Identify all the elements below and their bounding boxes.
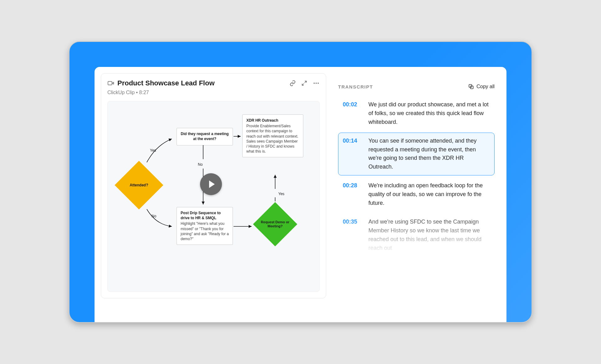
expand-button[interactable] [301,80,307,86]
transcript-timestamp[interactable]: 00:02 [343,100,362,127]
transcript-rows: 00:02We just did our product showcase, a… [338,96,495,258]
app-frame: Product Showcase Lead Flow [69,41,532,323]
flow-node-post-title: Post Drip Sequence to drive to HR & SMQL [181,210,229,220]
flow-node-attended-label: Attended? [122,183,156,187]
transcript-timestamp[interactable]: 00:35 [343,218,362,253]
copy-icon [468,84,474,89]
edge-label-no-mid: No [198,162,203,167]
svg-rect-0 [108,82,112,85]
transcript-row[interactable]: 00:14You can see if someone attended, an… [338,133,495,176]
transcript-timestamp[interactable]: 00:28 [343,181,362,208]
edge-label-yes-right: Yes [278,192,285,196]
flow-node-meeting: Did they request a meeting at the event? [177,128,233,145]
flow-node-post-body: Highlight "Here's what you missed" or "T… [181,221,229,241]
video-icon [107,80,114,87]
transcript-timestamp[interactable]: 00:14 [343,137,362,172]
svg-point-3 [318,83,319,84]
copy-all-button[interactable]: Copy all [468,84,495,89]
copy-link-button[interactable] [290,80,296,86]
more-button[interactable] [313,80,320,87]
transcript-row[interactable]: 00:28We're including an open feedback lo… [338,177,495,212]
clip-actions [290,80,320,87]
edge-label-yes-top: Yes [150,148,156,153]
clip-title: Product Showcase Lead Flow [117,79,215,87]
flow-node-request: Request Demo or Meeting? [253,202,297,246]
clip-title-wrap: Product Showcase Lead Flow [107,79,215,87]
play-icon [209,180,215,188]
flow-node-request-label: Request Demo or Meeting? [259,220,291,228]
clip-subtitle: ClickUp Clip • 8:27 [107,90,320,95]
flow-node-xdr-body: Provide Enablement/Sales context for thi… [246,124,299,154]
clip-preview[interactable]: Attended? Did they request a meeting at … [107,101,320,292]
transcript-panel: TRANSCRIPT Copy all 00:02We just did our… [326,73,506,322]
clip-card: Product Showcase Lead Flow [101,73,326,298]
transcript-text: You can see if someone attended, and the… [368,137,490,172]
flow-node-xdr: XDR HR Outreach Provide Enablement/Sales… [242,114,303,157]
transcript-heading: TRANSCRIPT [338,84,373,89]
transcript-text: We're including an open feedback loop fo… [368,181,490,208]
transcript-row[interactable]: 00:35And we're using SFDC to see the Cam… [338,214,495,257]
flow-node-post: Post Drip Sequence to drive to HR & SMQL… [177,207,233,245]
clip-header: Product Showcase Lead Flow [107,79,320,87]
play-button[interactable] [200,173,222,195]
flow-node-attended: Attended? [115,161,163,210]
content-card: Product Showcase Lead Flow [95,67,506,322]
copy-all-label: Copy all [476,84,495,89]
transcript-text: We just did our product showcase, and me… [368,100,490,127]
svg-point-1 [314,83,315,84]
flow-node-meeting-text: Did they request a meeting at the event? [181,131,229,141]
flow-node-xdr-title: XDR HR Outreach [246,118,299,123]
transcript-row[interactable]: 00:02We just did our product showcase, a… [338,96,495,131]
transcript-header: TRANSCRIPT Copy all [338,84,495,89]
transcript-text: And we're using SFDC to see the Campaign… [368,218,490,253]
svg-point-2 [316,83,317,84]
edge-label-no-bottom: No [152,214,156,218]
